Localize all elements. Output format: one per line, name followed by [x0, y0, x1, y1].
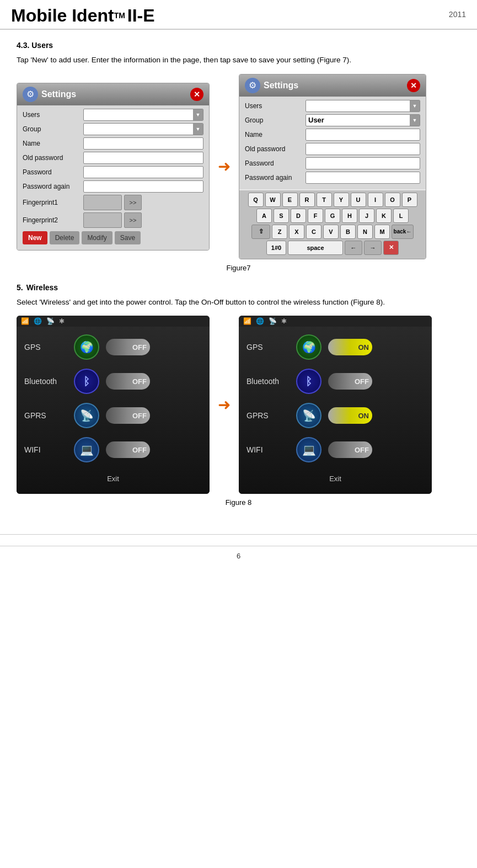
key-delete[interactable]: ✕ [383, 241, 399, 255]
key-i[interactable]: I [368, 193, 383, 207]
settings-body-left: Users ▼ Group ▼ Name [17, 105, 209, 250]
input-group-left[interactable]: ▼ [83, 123, 203, 135]
key-k[interactable]: K [376, 209, 392, 223]
key-t[interactable]: T [317, 193, 332, 207]
btn-new[interactable]: New [23, 231, 47, 244]
label-users-right: Users [245, 102, 306, 110]
settings-header-right: ⚙ Settings ✕ [239, 74, 426, 97]
label-name-left: Name [23, 140, 83, 147]
arrow-4: ➜ [218, 157, 231, 175]
form-row-group-right: Group User ▼ [245, 114, 420, 126]
dropdown-group-right[interactable]: ▼ [410, 115, 420, 126]
label-group-left: Group [23, 125, 83, 133]
keyboard-row-2: A S D F G H J K L [242, 209, 424, 223]
key-left[interactable]: ← [345, 241, 362, 255]
key-v[interactable]: V [323, 225, 339, 239]
key-o[interactable]: O [385, 193, 400, 207]
gprs-toggle-left[interactable]: OFF [106, 407, 150, 424]
dropdown-users-right[interactable]: ▼ [410, 100, 420, 111]
keyboard-row-1: Q W E R T Y U I O P [242, 193, 424, 207]
bt-toggle-right[interactable]: OFF [328, 373, 372, 390]
key-right[interactable]: → [364, 241, 382, 255]
key-c[interactable]: C [306, 225, 321, 239]
input-pw-left[interactable] [83, 166, 203, 178]
key-l[interactable]: L [393, 209, 409, 223]
form-row-name-left: Name [23, 137, 203, 150]
page-number: 6 [237, 552, 240, 560]
settings-title-right: Settings [264, 81, 298, 90]
key-p[interactable]: P [402, 193, 417, 207]
input-users-right[interactable]: ▼ [306, 100, 420, 112]
input-name-right[interactable] [306, 129, 420, 141]
key-r[interactable]: R [299, 193, 315, 207]
input-pw-right[interactable] [306, 157, 420, 169]
input-name-left[interactable] [83, 137, 203, 150]
keyboard-row-4: 1#0 space ← → ✕ [242, 241, 424, 255]
key-space[interactable]: space [288, 241, 343, 255]
exit-btn-left[interactable]: Exit [24, 471, 202, 486]
key-a[interactable]: A [256, 209, 272, 223]
fingerprint2-row: Fingerprint2 >> [23, 212, 203, 228]
key-s[interactable]: S [274, 209, 289, 223]
figure8-caption: Figure 8 [17, 498, 460, 507]
wifi-toggle-left[interactable]: OFF [106, 441, 150, 458]
settings-title-left: Settings [41, 89, 76, 99]
gprs-toggle-right[interactable]: ON [328, 407, 372, 424]
gprs-label-left: GPRS [24, 411, 74, 420]
key-x[interactable]: X [289, 225, 304, 239]
btn-save[interactable]: Save [115, 231, 141, 244]
key-e[interactable]: E [282, 193, 298, 207]
key-q[interactable]: Q [248, 193, 264, 207]
fp1-btn[interactable]: >> [124, 195, 142, 210]
fp2-box [83, 212, 122, 228]
settings-header-left: ⚙ Settings ✕ [17, 83, 209, 105]
key-w[interactable]: W [265, 193, 281, 207]
key-m[interactable]: M [374, 225, 390, 239]
gps-toggle-right[interactable]: ON [328, 339, 372, 355]
bt-label-right: Bluetooth [246, 377, 296, 386]
exit-btn-right[interactable]: Exit [246, 471, 424, 486]
key-f[interactable]: F [308, 209, 323, 223]
dropdown-users-left[interactable]: ▼ [193, 109, 203, 120]
input-users-left[interactable]: ▼ [83, 109, 203, 121]
label-fp2: Fingerprint2 [23, 216, 83, 224]
label-pwagain-right: Password again [245, 174, 306, 182]
figures-row-5: 📶 🌐 📡 ✱ GPS 🌍 OFF Bluetoo [17, 316, 460, 494]
key-backspace[interactable]: back← [392, 225, 414, 239]
input-oldpw-right[interactable] [306, 143, 420, 155]
btn-modify[interactable]: Modify [82, 231, 112, 244]
close-btn-right[interactable]: ✕ [407, 79, 420, 92]
key-g[interactable]: G [325, 209, 340, 223]
input-pwagain-left[interactable] [83, 180, 203, 193]
section-4-3-title: 4.3. Users [17, 41, 460, 50]
bt-label-left: Bluetooth [24, 377, 74, 386]
key-y[interactable]: Y [334, 193, 349, 207]
input-oldpw-left[interactable] [83, 152, 203, 164]
key-num[interactable]: 1#0 [266, 241, 286, 255]
dropdown-group-left[interactable]: ▼ [193, 124, 203, 135]
key-b[interactable]: B [340, 225, 356, 239]
key-shift[interactable]: ⇧ [251, 225, 270, 239]
key-d[interactable]: D [291, 209, 306, 223]
input-pwagain-right[interactable] [306, 172, 420, 184]
key-j[interactable]: J [359, 209, 374, 223]
section5-title: Wireless [26, 283, 58, 292]
btn-delete[interactable]: Delete [50, 231, 80, 244]
key-u[interactable]: U [351, 193, 366, 207]
form-row-users-left: Users ▼ [23, 109, 203, 121]
key-z[interactable]: Z [272, 225, 287, 239]
gprs-icon-right: 📡 [296, 403, 321, 428]
fp2-btn[interactable]: >> [124, 212, 142, 228]
input-group-right[interactable]: User ▼ [306, 114, 420, 126]
gps-label-left: GPS [24, 343, 74, 352]
bt-toggle-left[interactable]: OFF [106, 373, 150, 390]
wifi-toggle-right[interactable]: OFF [328, 441, 372, 458]
close-btn-left[interactable]: ✕ [190, 88, 203, 101]
key-h[interactable]: H [342, 209, 357, 223]
bt-icon-right2: ᛒ [296, 369, 321, 394]
signal-icon-right: 📶 [243, 317, 251, 325]
gps-toggle-left[interactable]: OFF [106, 339, 150, 355]
key-n[interactable]: N [357, 225, 373, 239]
form-row-pwagain-left: Password again [23, 180, 203, 193]
world-icon-left: 🌐 [34, 317, 42, 325]
